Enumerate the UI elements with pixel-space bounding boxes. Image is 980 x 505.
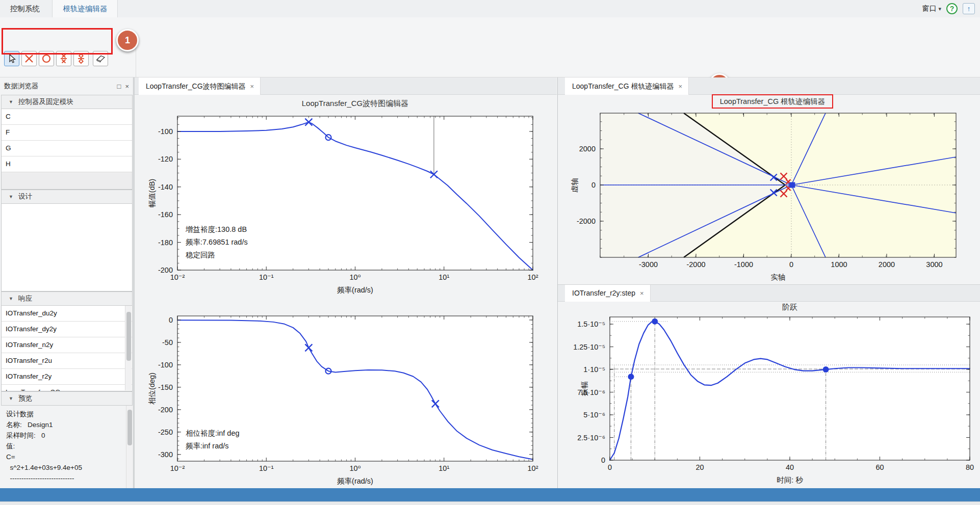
pole-x-icon bbox=[24, 54, 34, 64]
svg-text:-50: -50 bbox=[162, 338, 173, 347]
section-header-preview[interactable]: ▼ 预览 bbox=[1, 391, 133, 406]
window-menu[interactable]: 窗口 ▾ bbox=[922, 4, 941, 13]
svg-text:-1000: -1000 bbox=[734, 260, 753, 269]
status-bar bbox=[0, 488, 980, 501]
collapse-triangle-icon: ▼ bbox=[9, 99, 13, 104]
svg-text:-180: -180 bbox=[158, 238, 173, 247]
svg-text:频率:inf rad/s: 频率:inf rad/s bbox=[186, 442, 229, 450]
svg-text:10⁰: 10⁰ bbox=[350, 273, 361, 281]
svg-text:虚轴: 虚轴 bbox=[571, 178, 579, 193]
list-item-iotransfer-r2u[interactable]: IOTransfer_r2u bbox=[2, 353, 132, 369]
data-browser-sidebar: 数据浏览器 □ × ▼ 控制器及固定模块 C F G H ▼ 设计 ▼ 响应 I… bbox=[0, 77, 134, 488]
preview-line: s^2+1.4e+03s+9.4e+05 bbox=[6, 462, 133, 473]
close-icon[interactable]: × bbox=[640, 289, 644, 297]
erase-pole-zero-button[interactable] bbox=[93, 51, 108, 66]
list-item-iotransfer-r2y[interactable]: IOTransfer_r2y bbox=[2, 369, 132, 385]
list-item-H[interactable]: H bbox=[2, 156, 132, 172]
svg-text:稳定回路: 稳定回路 bbox=[186, 251, 215, 259]
svg-text:0: 0 bbox=[789, 260, 793, 269]
list-item-iotransfer-n2y[interactable]: IOTransfer_n2y bbox=[2, 337, 132, 353]
svg-text:2000: 2000 bbox=[879, 260, 895, 269]
list-item-iotransfer-du2y[interactable]: IOTransfer_du2y bbox=[2, 306, 132, 322]
list-item-F[interactable]: F bbox=[2, 125, 132, 141]
svg-text:60: 60 bbox=[875, 463, 884, 471]
preview-line: 设计数据 bbox=[6, 409, 133, 419]
preview-pane: 设计数据 名称: Design1 采样时间: 0 值: C= s^2+1.4e+… bbox=[1, 406, 133, 488]
svg-text:时间: 秒: 时间: 秒 bbox=[777, 476, 803, 484]
collapse-triangle-icon: ▼ bbox=[9, 396, 13, 401]
svg-text:幅值(dB): 幅值(dB) bbox=[148, 179, 156, 207]
add-complex-zero-button[interactable] bbox=[73, 51, 89, 66]
tab-step-doc[interactable]: IOTransfer_r2y:step× bbox=[565, 285, 651, 302]
svg-text:-250: -250 bbox=[158, 428, 173, 436]
root-locus-canvas[interactable]: -3000-2000-1000010002000300020000-2000实轴… bbox=[558, 95, 980, 284]
step-plot-canvas[interactable]: 0204060801.5·10⁻⁵1.25·10⁻⁵1·10⁻⁵7.5·10⁻⁶… bbox=[558, 302, 980, 488]
tab-label: LoopTransfer_CG 根轨迹编辑器 bbox=[572, 82, 674, 90]
bode-plots-canvas[interactable]: 10⁻²10⁻¹10⁰10¹10²-100-120-140-160-180-20… bbox=[135, 95, 557, 488]
close-icon[interactable]: × bbox=[250, 83, 254, 90]
collapse-triangle-icon: ▼ bbox=[9, 194, 13, 199]
list-item-looptransfer-cg[interactable]: LoopTransfer_CG bbox=[2, 385, 132, 391]
complex-zero-icon bbox=[76, 54, 86, 64]
list-item-iotransfer-dy2y[interactable]: IOTransfer_dy2y bbox=[2, 322, 132, 337]
complex-pole-icon bbox=[59, 54, 69, 64]
svg-text:频率(rad/s): 频率(rad/s) bbox=[337, 286, 373, 294]
svg-text:-2000: -2000 bbox=[577, 217, 596, 225]
designs-list[interactable] bbox=[1, 204, 133, 291]
tab-root-locus-doc[interactable]: LoopTransfer_CG 根轨迹编辑器× bbox=[565, 77, 689, 95]
select-cursor-button[interactable] bbox=[4, 51, 19, 66]
section-header-responses[interactable]: ▼ 响应 bbox=[1, 291, 133, 306]
svg-text:0: 0 bbox=[601, 456, 605, 464]
sidebar-title: 数据浏览器 bbox=[4, 82, 39, 91]
preview-line: 名称: Design1 bbox=[6, 419, 133, 430]
zero-o-icon bbox=[41, 54, 51, 64]
svg-text:40: 40 bbox=[786, 463, 794, 471]
section-header-controllers[interactable]: ▼ 控制器及固定模块 bbox=[1, 95, 133, 109]
tab-label: IOTransfer_r2y:step bbox=[572, 289, 635, 297]
add-real-zero-button[interactable] bbox=[39, 51, 54, 66]
bode-mag-plot: 10⁻²10⁻¹10⁰10¹10²-100-120-140-160-180-20… bbox=[148, 116, 538, 294]
svg-text:1.25·10⁻⁵: 1.25·10⁻⁵ bbox=[573, 343, 605, 351]
collapse-triangle-icon: ▼ bbox=[9, 296, 13, 301]
responses-scrollbar[interactable] bbox=[125, 306, 132, 390]
analysis-panel: LoopTransfer_CG 根轨迹编辑器× -3000-2000-10000… bbox=[557, 77, 980, 488]
svg-text:10⁻²: 10⁻² bbox=[170, 464, 185, 472]
svg-text:-100: -100 bbox=[158, 361, 173, 369]
add-real-pole-button[interactable] bbox=[21, 51, 37, 66]
scrollbar-thumb[interactable] bbox=[127, 410, 132, 445]
preview-line: ---------------------------- bbox=[6, 473, 133, 484]
section-label: 控制器及固定模块 bbox=[18, 97, 73, 107]
preview-scrollbar[interactable] bbox=[126, 406, 133, 488]
svg-text:1.5·10⁻⁵: 1.5·10⁻⁵ bbox=[577, 320, 605, 328]
svg-text:10⁻²: 10⁻² bbox=[170, 273, 185, 281]
tab-root-locus-editor[interactable]: 根轨迹编辑器 bbox=[52, 0, 118, 17]
list-item-G[interactable]: G bbox=[2, 141, 132, 156]
control-system-designer-window: 控制系统 根轨迹编辑器 窗口 ▾ ? ↑ 修改极点和零点 bbox=[0, 0, 980, 505]
close-icon[interactable]: × bbox=[125, 83, 129, 90]
svg-text:-140: -140 bbox=[158, 183, 173, 191]
minimize-ribbon-icon[interactable]: ↑ bbox=[963, 3, 975, 14]
svg-text:10¹: 10¹ bbox=[439, 273, 449, 281]
svg-text:80: 80 bbox=[966, 463, 974, 471]
section-header-designs[interactable]: ▼ 设计 bbox=[1, 190, 133, 204]
tab-control-system[interactable]: 控制系统 bbox=[0, 0, 50, 17]
tab-bode-editor-doc[interactable]: LoopTransfer_CG波特图编辑器× bbox=[139, 77, 261, 95]
root-locus-title-annotated: LoopTransfer_CG 根轨迹编辑器 bbox=[712, 94, 833, 109]
svg-text:-200: -200 bbox=[158, 406, 173, 414]
svg-text:5·10⁻⁶: 5·10⁻⁶ bbox=[583, 411, 605, 419]
svg-text:-120: -120 bbox=[158, 155, 173, 163]
status-strip bbox=[0, 501, 980, 505]
preview-line: 值: bbox=[6, 441, 133, 451]
section-label: 响应 bbox=[18, 294, 32, 303]
add-complex-pole-button[interactable] bbox=[56, 51, 71, 66]
list-item-C[interactable]: C bbox=[2, 109, 132, 125]
svg-text:-150: -150 bbox=[158, 383, 173, 391]
undock-icon[interactable]: □ bbox=[117, 83, 121, 90]
svg-text:频率:7.69851 rad/s: 频率:7.69851 rad/s bbox=[186, 238, 248, 246]
root-locus-plot: -3000-2000-1000010002000300020000-2000实轴… bbox=[571, 113, 956, 281]
scrollbar-thumb[interactable] bbox=[126, 312, 131, 361]
bode-editor-panel: LoopTransfer_CG波特图编辑器× LoopTransfer_CG波特… bbox=[134, 77, 557, 488]
close-icon[interactable]: × bbox=[678, 83, 682, 90]
help-icon[interactable]: ? bbox=[946, 3, 958, 14]
rlocus-doc-tabrow: LoopTransfer_CG 根轨迹编辑器× bbox=[558, 77, 980, 95]
